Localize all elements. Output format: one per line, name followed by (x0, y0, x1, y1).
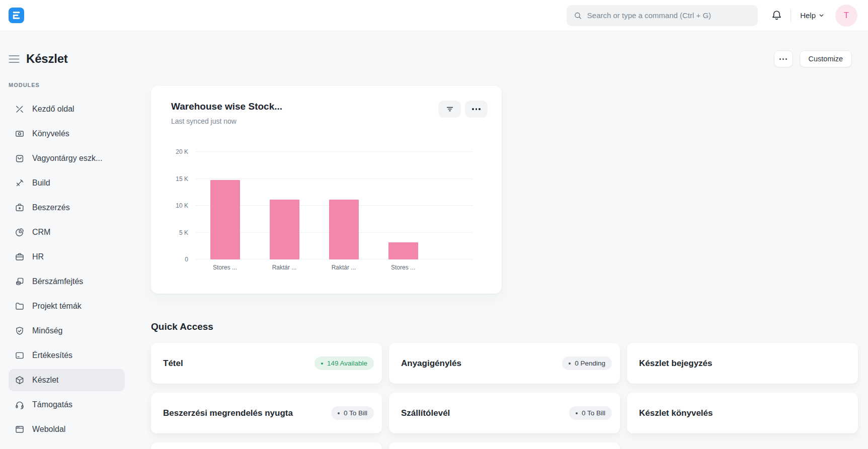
dot-icon (338, 412, 340, 414)
card-label: Szállítólevél (401, 408, 569, 418)
quick-access-card-partial[interactable] (389, 442, 620, 449)
sidebar-item-konyveles[interactable]: Könyvelés (9, 123, 125, 145)
card-label: Beszerzési megrendelés nyugta (163, 408, 331, 418)
x-axis-label: Stores ... (373, 264, 433, 271)
sidebar-item-minoseg[interactable]: Minőség (9, 320, 125, 342)
status-badge: 0 Pending (562, 356, 612, 370)
sidebar-item-label: Weboldal (32, 425, 65, 434)
quick-access-card-tetel[interactable]: Tétel 149 Available (151, 343, 382, 384)
navbar-divider (791, 9, 791, 22)
quick-access-card-keszlet-bejegyzes[interactable]: Készlet bejegyzés (627, 343, 858, 384)
page-header: Készlet Customize (0, 31, 868, 70)
sidebar-item-label: Értékesítés (32, 351, 72, 360)
bars-row (195, 152, 433, 259)
card-icon (15, 350, 25, 361)
quick-access-card-partial[interactable] (151, 442, 382, 449)
bar[interactable] (270, 200, 299, 259)
sidebar-item-hr[interactable]: HR (9, 246, 125, 268)
sidebar-item-beszerzes[interactable]: Beszerzés (9, 197, 125, 219)
sidebar-item-label: Készlet (32, 376, 58, 385)
card-label: Tétel (163, 358, 314, 369)
sidebar-item-tamogatas[interactable]: Támogatás (9, 394, 125, 416)
dot-icon (569, 363, 571, 365)
status-badge: 0 To Bill (569, 406, 612, 420)
y-axis-tick-label: 5 K (179, 229, 188, 236)
y-axis-tick-label: 15 K (176, 175, 188, 183)
help-menu[interactable]: Help (800, 11, 824, 20)
customize-button[interactable]: Customize (800, 50, 852, 67)
sidebar-item-build[interactable]: Build (9, 172, 125, 194)
payroll-icon (15, 277, 25, 287)
sidebar-item-crm[interactable]: CRM (9, 221, 125, 243)
modules-sidebar: MODULES Kezdő oldal Könyvelés Vagyontárg… (0, 73, 133, 443)
search-icon (574, 11, 582, 20)
chevron-down-icon (819, 13, 824, 18)
sidebar-item-label: Vagyontárgy eszk... (32, 154, 102, 163)
sidebar-item-label: HR (32, 252, 44, 261)
quick-access-card-beszerzesi-nyugta[interactable]: Beszerzési megrendelés nyugta 0 To Bill (151, 393, 382, 433)
avatar-letter: T (844, 11, 849, 21)
quick-access-grid: Tétel 149 Available Anyagigénylés 0 Pend… (151, 343, 858, 449)
cube-icon (15, 375, 25, 385)
help-label: Help (800, 11, 816, 20)
bar-slot (373, 152, 433, 259)
bar-slot (255, 152, 314, 259)
customize-label: Customize (809, 55, 843, 63)
sidebar-item-kezdo-oldal[interactable]: Kezdő oldal (9, 98, 125, 120)
tools-icon (15, 104, 25, 114)
sidebar-item-label: CRM (32, 228, 50, 237)
chart-more-button[interactable] (465, 101, 488, 118)
sidebar-item-keszlet[interactable]: Készlet (9, 369, 125, 391)
sidebar-toggle-button[interactable] (9, 55, 20, 63)
shield-check-icon (15, 326, 25, 336)
sidebar-item-label: Bérszámfejtés (32, 277, 83, 286)
y-axis-tick-label: 0 (185, 256, 188, 263)
notifications-button[interactable] (771, 10, 782, 21)
ellipsis-icon (779, 58, 787, 60)
y-axis-tick-label: 10 K (176, 202, 188, 209)
ellipsis-icon (472, 108, 481, 110)
warehouse-stock-chart-card: Warehouse wise Stock... Last synced just… (151, 86, 502, 294)
y-axis-tick-label: 20 K (176, 148, 188, 155)
card-label: Készlet bejegyzés (639, 358, 850, 369)
app-logo[interactable] (9, 8, 24, 23)
sidebar-item-vagyontargy[interactable]: Vagyontárgy eszk... (9, 147, 125, 169)
quick-access-card-keszlet-konyveles[interactable]: Készlet könyvelés (627, 393, 858, 433)
x-axis-labels: Stores ...Raktár ...Raktár ...Stores ... (195, 264, 433, 271)
erpnext-logo-icon (12, 11, 21, 20)
dot-icon (576, 412, 578, 414)
sidebar-item-label: Build (32, 178, 50, 188)
bag-icon (15, 153, 25, 163)
pie-chart-icon (15, 227, 25, 237)
sidebar-item-label: Támogatás (32, 400, 72, 409)
main-content: Warehouse wise Stock... Last synced just… (133, 73, 868, 449)
card-label: Anyagigénylés (401, 358, 562, 369)
quick-access-heading: Quick Access (151, 321, 858, 332)
bar[interactable] (210, 180, 240, 259)
page-more-button[interactable] (774, 50, 793, 67)
search-input[interactable] (587, 11, 751, 20)
quick-access-card-anyagigenyles[interactable]: Anyagigénylés 0 Pending (389, 343, 620, 384)
page-title: Készlet (26, 52, 68, 66)
sidebar-item-projekt-temak[interactable]: Projekt témák (9, 295, 125, 317)
bar[interactable] (388, 242, 418, 259)
sidebar-item-label: Projekt témák (32, 302, 82, 311)
briefcase-icon (15, 252, 25, 262)
card-label: Készlet könyvelés (639, 408, 850, 418)
dot-icon (321, 363, 323, 365)
quick-access-card-szallitolevel[interactable]: Szállítólevél 0 To Bill (389, 393, 620, 433)
bar-slot (314, 152, 373, 259)
global-search[interactable] (567, 5, 758, 26)
chart-last-synced: Last synced just now (171, 117, 488, 125)
sidebar-item-ertekesites[interactable]: Értékesítés (9, 344, 125, 367)
user-avatar[interactable]: T (835, 5, 857, 27)
sidebar-item-weboldal[interactable]: Weboldal (9, 418, 125, 440)
status-badge: 0 To Bill (331, 406, 374, 420)
bar[interactable] (329, 200, 359, 259)
x-axis-label: Raktár ... (314, 264, 373, 271)
money-icon (15, 129, 25, 139)
top-navbar: Help T (0, 0, 868, 31)
chart-filter-button[interactable] (438, 101, 461, 118)
box-case-icon (15, 203, 25, 213)
sidebar-item-berszamfejtes[interactable]: Bérszámfejtés (9, 271, 125, 293)
